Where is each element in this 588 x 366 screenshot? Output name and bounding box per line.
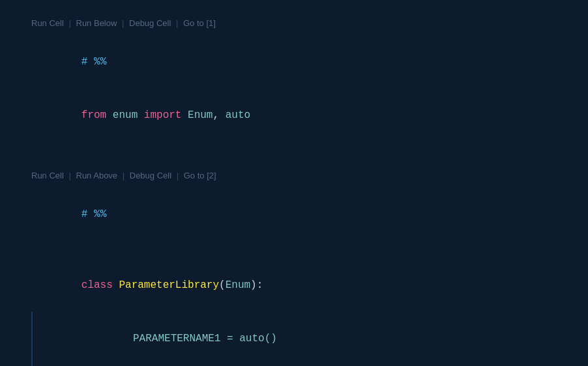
cell-2-toolbar: Run Cell | Run Above | Debug Cell | Go t… [0, 165, 588, 186]
param-line-1: PARAMETERNAME1 = auto() [39, 312, 557, 365]
percent-2: %% [94, 208, 106, 220]
run-above-2[interactable]: Run Above [76, 171, 118, 180]
sep-4: | [68, 171, 70, 180]
auto-1: auto() [239, 333, 277, 345]
debug-cell-2[interactable]: Debug Cell [130, 171, 171, 180]
run-cell-2[interactable]: Run Cell [31, 171, 64, 180]
sep-2: | [122, 18, 124, 28]
cell-gap-1 [0, 152, 588, 165]
space-1 [87, 56, 94, 68]
cell-1-toolbar: Run Cell | Run Below | Debug Cell | Go t… [0, 13, 588, 33]
code-comment-2: # %% [31, 188, 557, 242]
cell-2: Run Cell | Run Above | Debug Cell | Go t… [0, 165, 588, 366]
class-name: ParameterLibrary [119, 279, 219, 291]
indent-bar [31, 312, 33, 366]
class-body: PARAMETERNAME1 = auto() PARAMETERNAME2 =… [31, 312, 557, 366]
eq-1: = [227, 333, 233, 345]
sep-6: | [177, 171, 179, 180]
kw-class: class [81, 279, 113, 291]
param-1: PARAMETERNAME1 [133, 333, 220, 345]
notebook: Run Cell | Run Below | Debug Cell | Go t… [0, 0, 588, 366]
base-class: Enum [226, 279, 250, 291]
run-below-1[interactable]: Run Below [76, 18, 117, 28]
cell-2-code: # %% class ParameterLibrary(Enum): PARAM… [0, 186, 588, 366]
goto-1[interactable]: Go to [1] [183, 18, 216, 28]
code-comment-1: # %% [31, 36, 557, 89]
sep-3: | [176, 18, 178, 28]
sep-5: | [123, 171, 125, 180]
cell-1-code: # %% from enum import Enum, auto [0, 33, 588, 152]
hash-1: # [81, 56, 88, 68]
cell-1: Run Cell | Run Below | Debug Cell | Go t… [0, 13, 588, 152]
run-cell-1[interactable]: Run Cell [31, 18, 64, 28]
sep-1: | [68, 18, 70, 28]
class-def-line: class ParameterLibrary(Enum): [31, 259, 557, 313]
hash-2: # [81, 208, 88, 220]
blank-line [31, 242, 557, 259]
goto-2[interactable]: Go to [2] [184, 171, 216, 180]
debug-cell-1[interactable]: Debug Cell [129, 18, 171, 28]
module-name: enum [113, 109, 138, 121]
code-import-line: from enum import Enum, auto [31, 89, 557, 143]
import-auto: auto [226, 109, 250, 121]
percent-1: %% [94, 56, 106, 68]
kw-from: from [81, 109, 106, 121]
import-enum: Enum [188, 109, 213, 121]
kw-import: import [144, 109, 182, 121]
